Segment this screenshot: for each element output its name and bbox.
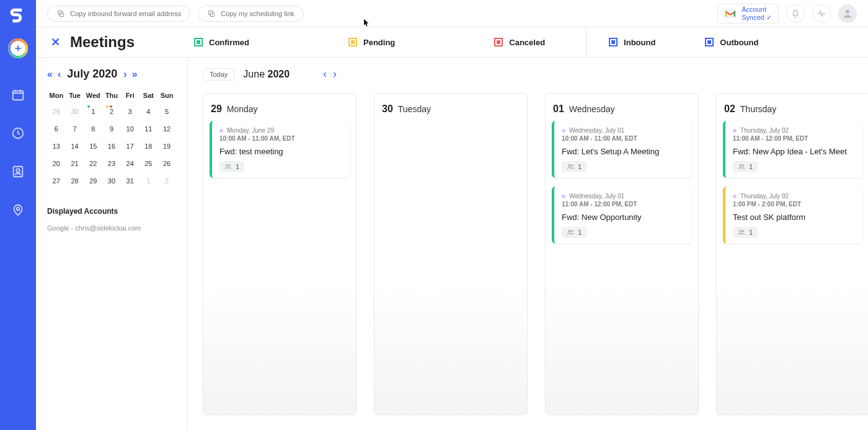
mini-day-cell[interactable]: 31 <box>121 172 140 190</box>
copy-schedlink-button[interactable]: Copy my scheduling link <box>198 6 304 22</box>
attendee-count: 1 <box>578 163 582 170</box>
svg-point-10 <box>846 10 849 14</box>
today-button[interactable]: Today <box>203 68 234 81</box>
year-prev-button[interactable]: « <box>47 69 53 80</box>
mini-day-cell[interactable]: 29 <box>47 103 66 120</box>
dow-label: Thu <box>102 88 121 103</box>
avatar[interactable] <box>838 4 857 23</box>
month-prev-button[interactable]: ‹ <box>58 69 61 80</box>
mini-day-cell[interactable]: 14 <box>66 138 84 155</box>
copy-inbound-label: Copy inbound forward email address <box>70 10 181 17</box>
mini-day-cell[interactable]: 4 <box>140 103 158 120</box>
copy-icon <box>56 9 65 18</box>
meeting-card[interactable]: Wednesday, July 0111:00 AM - 12:00 PM, E… <box>552 186 692 244</box>
close-panel-button[interactable]: ✕ <box>51 35 60 49</box>
board-month-label: June 2020 <box>243 69 290 80</box>
filter-canceled[interactable]: Canceled <box>494 38 545 47</box>
meeting-card[interactable]: Thursday, July 021:00 PM - 2:00 PM, EDTT… <box>723 186 863 244</box>
board-next-button[interactable]: › <box>333 68 337 81</box>
day-name: Monday <box>227 104 258 114</box>
contacts-icon[interactable] <box>10 164 26 180</box>
mini-day-cell[interactable]: 11 <box>140 120 158 138</box>
month-next-button[interactable]: › <box>123 69 126 80</box>
people-icon <box>224 163 232 170</box>
card-time: 1:00 PM - 2:00 PM, EDT <box>733 201 856 208</box>
mini-day-cell[interactable]: 24 <box>121 155 140 172</box>
mini-day-cell[interactable]: 9 <box>102 120 121 138</box>
mini-day-cell[interactable]: 17 <box>121 138 140 155</box>
mini-day-cell[interactable]: 12 <box>157 120 176 138</box>
source-dot-icon <box>562 129 565 133</box>
mini-day-cell[interactable]: 2 <box>157 172 176 190</box>
year-next-button[interactable]: » <box>132 69 138 80</box>
mini-day-cell[interactable]: 8 <box>84 120 102 138</box>
mini-day-cell[interactable]: 10 <box>121 120 140 138</box>
day-number: 02 <box>724 103 735 115</box>
mini-day-cell[interactable]: 16 <box>102 138 121 155</box>
day-column: 02ThursdayThursday, July 0211:00 AM - 12… <box>716 93 868 415</box>
gmail-icon <box>724 9 737 18</box>
clock-icon[interactable] <box>10 125 26 141</box>
card-date: Monday, June 29 <box>227 127 274 134</box>
copy-inbound-button[interactable]: Copy inbound forward email address <box>47 6 190 22</box>
attendee-chip: 1 <box>562 227 587 238</box>
card-title: Fwd: test meeting <box>219 147 342 156</box>
activity-icon[interactable] <box>812 4 831 23</box>
svg-point-11 <box>226 165 228 167</box>
filter-outbound[interactable]: Outbound <box>705 38 758 47</box>
app-logo <box>9 6 27 25</box>
dow-label: Fri <box>121 88 140 103</box>
board-prev-button[interactable]: ‹ <box>323 68 327 81</box>
mini-day-cell[interactable]: 28 <box>66 172 84 190</box>
add-button[interactable] <box>8 38 28 58</box>
mini-day-cell[interactable]: 6 <box>47 120 66 138</box>
mini-day-cell[interactable]: 26 <box>157 155 176 172</box>
mini-day-cell[interactable]: 19 <box>157 138 176 155</box>
mini-day-cell[interactable]: 15 <box>84 138 102 155</box>
checkbox-icon <box>705 38 714 46</box>
card-title: Fwd: New App Idea - Let's Meet <box>733 147 856 156</box>
mini-day-cell[interactable]: 7 <box>66 120 84 138</box>
account-synced-chip[interactable]: Account Synced ✓ <box>717 4 779 24</box>
filter-confirmed[interactable]: Confirmed <box>194 38 249 47</box>
svg-point-16 <box>572 230 573 232</box>
svg-point-18 <box>743 165 744 166</box>
filter-pending[interactable]: Pending <box>348 38 395 47</box>
people-icon <box>567 229 574 236</box>
mini-day-cell[interactable]: 25 <box>140 155 158 172</box>
day-column: 30Tuesday <box>374 93 528 415</box>
mini-day-cell[interactable]: 30 <box>102 172 121 190</box>
mini-calendar: MonTueWedThuFriSatSun 293012345678910111… <box>47 88 176 190</box>
calendar-icon[interactable] <box>10 87 26 103</box>
mini-day-cell[interactable]: 1 <box>84 103 102 120</box>
mini-day-cell[interactable]: 23 <box>102 155 121 172</box>
attendee-chip: 1 <box>562 161 587 172</box>
mini-day-cell[interactable]: 21 <box>66 155 84 172</box>
mini-day-cell[interactable]: 22 <box>84 155 102 172</box>
mini-day-cell[interactable]: 1 <box>140 172 158 190</box>
week-board: Today June 2020 ‹ › 29MondayMonday, June… <box>188 58 868 430</box>
meeting-card[interactable]: Monday, June 2910:00 AM - 11:00 AM, EDTF… <box>210 121 350 178</box>
filter-inbound[interactable]: Inbound <box>609 38 655 47</box>
mini-day-cell[interactable]: 18 <box>140 138 158 155</box>
mini-day-cell[interactable]: 30 <box>66 103 84 120</box>
mini-day-cell[interactable]: 3 <box>121 103 140 120</box>
attendee-count: 1 <box>236 163 239 170</box>
bell-icon[interactable] <box>786 4 805 23</box>
meeting-card[interactable]: Wednesday, July 0110:00 AM - 11:00 AM, E… <box>552 121 692 178</box>
mini-day-cell[interactable]: 5 <box>157 103 176 120</box>
account-line: Google - chris@sidekickai.com <box>47 224 176 232</box>
meeting-card[interactable]: Thursday, July 0211:00 AM - 12:00 PM, ED… <box>723 121 863 178</box>
people-icon <box>567 163 574 170</box>
mini-day-cell[interactable]: 2 <box>102 103 121 120</box>
mini-day-cell[interactable]: 13 <box>47 138 66 155</box>
svg-point-20 <box>743 230 744 232</box>
day-name: Thursday <box>740 104 776 114</box>
mini-day-cell[interactable]: 20 <box>47 155 66 172</box>
top-bar: Copy inbound forward email address Copy … <box>36 0 868 27</box>
mini-day-cell[interactable]: 29 <box>84 172 102 190</box>
divider <box>586 27 587 57</box>
source-dot-icon <box>219 129 223 133</box>
location-icon[interactable] <box>10 202 26 218</box>
mini-day-cell[interactable]: 27 <box>47 172 66 190</box>
